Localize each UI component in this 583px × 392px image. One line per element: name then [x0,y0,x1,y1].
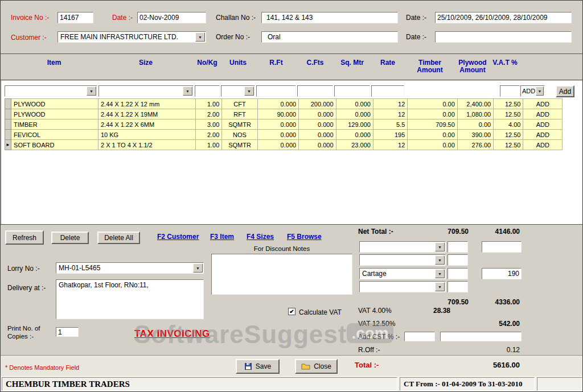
charge-select-1[interactable]: ▼ [359,241,446,253]
chevron-down-icon[interactable]: ▼ [536,86,544,96]
row-selector[interactable] [5,99,11,109]
grid-cell[interactable]: 200.000 [299,99,336,109]
table-row[interactable]: PLYWOOD 2.44 X 1.22 X 19MM 2.00 RFT 90.0… [5,109,563,119]
chevron-down-icon[interactable]: ▼ [435,242,445,251]
grid-cell[interactable]: 0.00 [408,99,458,109]
chevron-down-icon[interactable]: ▼ [195,32,205,42]
order-date-input[interactable] [435,31,572,43]
grid-cell[interactable]: 1.00 [196,140,222,150]
grid-cell[interactable]: 276.00 [457,140,493,150]
grid-cell[interactable]: SQMTR [222,119,257,130]
grid-cell[interactable]: 0.000 [336,99,373,109]
entry-cfts-input[interactable] [297,85,333,97]
grid-cell[interactable]: PLYWOOD [11,109,98,119]
table-row[interactable]: ► SOFT BOARD 2 X 1 TO 4 X 1.1/2 1.00 SQM… [5,140,563,150]
f2-customer-link[interactable]: F2 Customer [157,233,199,241]
grid-cell[interactable]: 0.000 [299,130,336,140]
charge-select-4[interactable]: ▼ [359,281,446,292]
grid-cell[interactable]: 709.50 [408,119,458,130]
delete-all-button[interactable]: Delete All [97,232,140,244]
grid-cell[interactable]: 23.000 [336,140,373,150]
grid-cell[interactable]: 129.000 [336,119,373,130]
grid-cell[interactable]: 3.00 [196,119,222,130]
grid-cell[interactable]: SQMTR [222,140,257,150]
grid-cell[interactable]: 2.00 [196,130,222,140]
entry-sqmtr-input[interactable] [334,85,370,97]
grid-cell[interactable]: RFT [222,109,257,119]
grid-cell[interactable]: 2.44 X 1.22 X 19MM [98,109,195,119]
lorry-no-select[interactable]: MH-01-L5465 ▼ [56,262,204,274]
row-selector[interactable] [5,130,11,140]
grid-cell[interactable]: 0.00 [408,130,458,140]
row-selector[interactable]: ► [5,140,11,150]
chevron-down-icon[interactable]: ▼ [87,86,96,96]
charge-rate-input-1[interactable] [447,241,468,253]
invoice-date-input[interactable] [137,12,206,23]
grid-cell[interactable]: 2.44 X 1.22 X 12 mm [98,99,195,109]
grid-cell[interactable]: 4.00 [494,119,523,130]
grid-cell[interactable]: 1.00 [196,99,222,109]
f3-item-link[interactable]: F3 Item [210,233,234,241]
customer-select[interactable]: FREE MAIN INFRASTRUCTURE LTD. ▼ [58,31,206,43]
invoice-no-input[interactable] [58,12,93,23]
grid-cell[interactable]: 2,400.00 [457,99,493,109]
grid-cell[interactable]: PLYWOOD [11,99,98,109]
grid-cell[interactable]: 12.50 [494,99,523,109]
entry-vat-input[interactable] [500,85,520,97]
order-no-input[interactable] [261,31,398,43]
grid-cell[interactable]: 5.5 [373,119,407,130]
grid-cell[interactable]: SOFT BOARD [11,140,98,150]
charge-select-3[interactable]: Cartage ▼ [359,268,446,279]
grid-cell[interactable]: 0.000 [336,109,373,119]
grid-cell[interactable]: 12.50 [494,130,523,140]
discount-notes-textarea[interactable] [211,254,352,295]
chevron-down-icon[interactable]: ▼ [244,86,254,96]
entry-size-select[interactable]: ▼ [98,85,194,97]
add-cst-input[interactable] [404,332,435,341]
add-cst-amount-input[interactable] [440,332,522,341]
f5-browse-link[interactable]: F5 Browse [287,233,322,241]
charge-rate-input-4[interactable] [447,281,468,292]
grid-cell[interactable]: 12.50 [494,140,523,150]
grid-cell[interactable]: 10 KG [98,130,195,140]
entry-item-select[interactable]: ▼ [5,85,97,97]
save-button[interactable]: Save [236,359,280,374]
grid-cell[interactable]: 0.000 [257,130,298,140]
chevron-down-icon[interactable]: ▼ [183,86,192,96]
table-row[interactable]: FEVICOL 10 KG 2.00 NOS 0.000 0.000 0.000… [5,130,563,140]
charge-rate-input-2[interactable] [447,254,468,266]
cartage-amount-input[interactable] [482,268,522,279]
grid-cell[interactable]: 0.00 [408,140,458,150]
grid-cell[interactable]: 0.000 [336,130,373,140]
grid-cell[interactable]: 0.000 [257,99,298,109]
grid-cell[interactable]: 12 [373,109,407,119]
row-selector[interactable] [5,119,11,130]
grid-cell[interactable]: ADD [523,99,563,109]
chevron-down-icon[interactable]: ▼ [435,282,445,291]
delivery-at-textarea[interactable] [56,279,204,319]
grid-cell[interactable]: 0.00 [457,119,493,130]
grid-cell[interactable]: TIMBER [11,119,98,130]
grid-cell[interactable]: 0.000 [299,109,336,119]
entry-rft-input[interactable] [256,85,296,97]
grid-cell[interactable]: ADD [523,119,563,130]
entry-units-select[interactable]: ▼ [221,85,255,97]
grid-cell[interactable]: ADD [523,140,563,150]
challan-no-input[interactable] [261,12,398,23]
grid-cell[interactable]: 2.44 X 1.22 X 6MM [98,119,195,130]
grid-cell[interactable]: NOS [222,130,257,140]
grid-cell[interactable]: 0.000 [299,140,336,150]
grid-cell[interactable]: FEVICOL [11,130,98,140]
entry-rate-input[interactable] [371,85,404,97]
grid-cell[interactable]: 390.00 [457,130,493,140]
row-selector[interactable] [5,109,11,119]
grid-cell[interactable]: 1,080.00 [457,109,493,119]
charge-select-2[interactable]: ▼ [359,254,446,266]
grid-cell[interactable]: CFT [222,99,257,109]
charge-rate-input-3[interactable] [447,268,468,279]
grid-cell[interactable]: 2 X 1 TO 4 X 1.1/2 [98,140,195,150]
grid-cell[interactable]: 2.00 [196,109,222,119]
close-button[interactable]: Close [295,359,338,374]
grid-cell[interactable]: 195 [373,130,407,140]
calculate-vat-checkbox[interactable]: ✔ [288,308,295,315]
